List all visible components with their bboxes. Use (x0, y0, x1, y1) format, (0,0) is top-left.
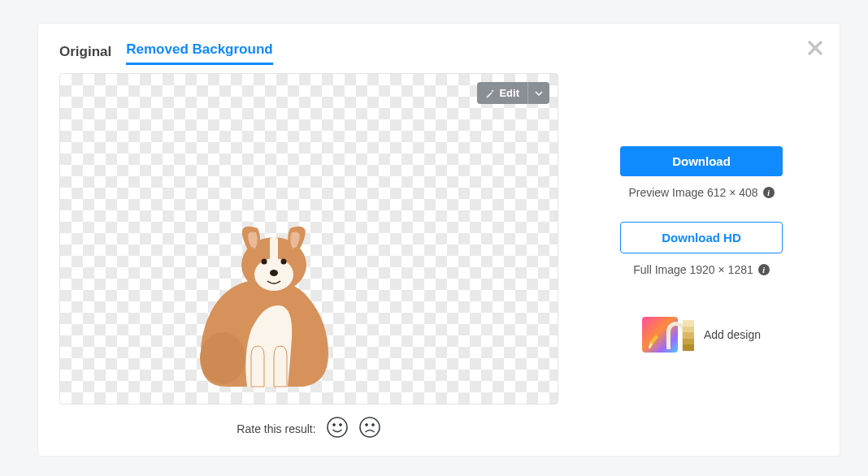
info-icon[interactable]: i (758, 264, 770, 275)
rating-label: Rate this result: (237, 422, 315, 435)
edit-button-group: Edit (477, 82, 549, 104)
tab-original[interactable]: Original (59, 44, 111, 65)
svg-point-0 (200, 332, 245, 384)
add-design-label: Add design (704, 328, 761, 341)
svg-point-7 (332, 424, 335, 426)
svg-point-6 (328, 418, 347, 437)
preview-meta-line: Preview Image 612 × 408 i (584, 186, 818, 199)
download-hd-button[interactable]: Download HD (620, 222, 783, 253)
content-row: Edit (38, 65, 840, 441)
rating-row: Rate this result: (59, 416, 558, 441)
full-meta-line: Full Image 1920 × 1281 i (584, 263, 818, 276)
close-button[interactable] (805, 38, 825, 58)
svg-point-1 (241, 237, 306, 292)
download-button[interactable]: Download (620, 146, 783, 176)
svg-point-4 (281, 259, 287, 265)
tab-removed-background[interactable]: Removed Background (126, 41, 272, 65)
svg-point-8 (339, 424, 341, 426)
magic-wand-icon (485, 89, 495, 98)
tabs: Original Removed Background (38, 24, 840, 65)
result-subject-image (170, 216, 365, 399)
svg-point-10 (365, 424, 367, 426)
preview-canvas: Edit (59, 73, 558, 405)
smile-icon (326, 416, 349, 439)
preview-meta-text: Preview Image 612 × 408 (628, 186, 757, 199)
info-icon[interactable]: i (763, 187, 775, 198)
rate-good-button[interactable] (326, 416, 349, 441)
close-icon (805, 38, 825, 58)
svg-point-9 (360, 418, 380, 437)
rate-bad-button[interactable] (358, 416, 381, 441)
svg-point-5 (270, 270, 278, 276)
svg-point-2 (254, 258, 293, 291)
frown-icon (358, 416, 381, 439)
svg-point-11 (371, 424, 374, 426)
result-card: Original Removed Background Edit (37, 23, 840, 457)
chevron-down-icon (535, 89, 543, 97)
add-design-button[interactable]: Add design (584, 317, 818, 353)
right-column: Download Preview Image 612 × 408 i Downl… (584, 73, 818, 441)
full-meta-text: Full Image 1920 × 1281 (633, 263, 753, 276)
design-templates-icon (642, 317, 694, 353)
edit-button-label: Edit (499, 87, 519, 99)
edit-dropdown-button[interactable] (527, 82, 549, 104)
left-column: Edit (59, 73, 558, 441)
svg-point-3 (262, 259, 267, 265)
edit-button[interactable]: Edit (477, 82, 527, 104)
